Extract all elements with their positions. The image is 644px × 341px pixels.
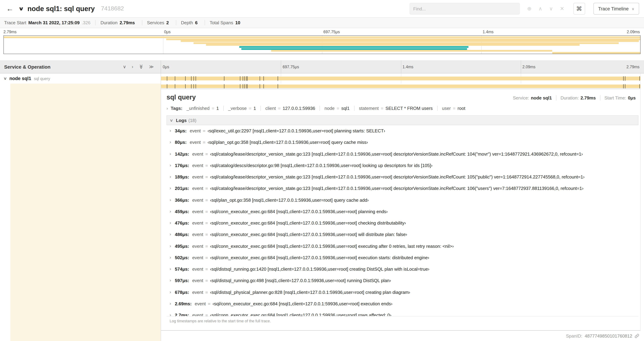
logs-footnote: Log timestamps are relative to the start… xyxy=(166,316,638,325)
log-tick-marker xyxy=(639,84,640,88)
tag-key: node xyxy=(324,106,335,111)
log-tick-marker xyxy=(194,84,194,88)
log-row[interactable]: › 80μs: event=‹sql/plan_opt.go:358 [nsql… xyxy=(166,137,638,148)
collapse-expand-controls: ∨ › ≫ ≫ xyxy=(123,64,156,69)
log-timestamp: 502μs: xyxy=(175,255,189,261)
log-row[interactable]: › 459μs: event=‹sql/conn_executor_exec.g… xyxy=(166,206,638,217)
log-rows: › 34μs: event=‹sql/exec_util.go:2297 [ns… xyxy=(166,125,638,316)
log-row[interactable]: › 176μs: event=‹sql/catalog/descs/descri… xyxy=(166,160,638,171)
summary-value: 2.79ms xyxy=(120,20,135,25)
chevron-right-icon: › xyxy=(170,209,175,214)
log-tick-marker xyxy=(247,84,248,88)
log-row[interactable]: › 201μs: event=‹sql/catalog/lease/descri… xyxy=(166,183,638,194)
log-equals: = xyxy=(205,197,208,203)
log-value: ‹sql/catalog/lease/descriptor_version_st… xyxy=(210,174,584,180)
log-row[interactable]: › 574μs: event=‹sql/distsql_running.go:1… xyxy=(166,263,638,275)
log-tick-marker xyxy=(244,76,245,81)
find-clear-icon[interactable]: ✕ xyxy=(560,6,564,12)
summary-value: 2 xyxy=(166,20,169,25)
log-row[interactable]: › 189μs: event=‹sql/catalog/lease/descri… xyxy=(166,171,638,183)
logs-count: (18) xyxy=(188,118,196,123)
log-tick-marker xyxy=(243,84,243,88)
log-row[interactable]: › 34μs: event=‹sql/exec_util.go:2297 [ns… xyxy=(166,125,638,137)
find-match-icon[interactable]: ⊕ xyxy=(527,6,532,12)
log-timestamp: 34μs: xyxy=(175,128,186,134)
tag-equals: = xyxy=(249,106,251,111)
log-message: event=‹sql/catalog/descs/descriptor.go:9… xyxy=(192,163,432,169)
tags-row[interactable]: › Tags: _unfinished = 1 _verbose xyxy=(166,106,638,111)
log-row[interactable]: › 366μs: event=‹sql/plan_opt.go:358 [nsq… xyxy=(166,194,638,206)
keyboard-shortcuts-button[interactable]: ⌘ xyxy=(573,3,585,15)
log-equals: = xyxy=(205,209,208,214)
log-field-name: event xyxy=(192,266,203,272)
detail-header: sql query Service: node sql1 Duration: 2… xyxy=(166,94,638,101)
logs-section: ∨ Logs (18) › 34μs: event=‹sql/exec_util… xyxy=(166,115,638,325)
log-timestamp: 176μs: xyxy=(175,163,189,169)
detail-meta-label: Service: xyxy=(513,95,529,101)
log-message: event=‹sql/catalog/lease/descriptor_vers… xyxy=(192,151,583,157)
chevron-right-icon: › xyxy=(170,289,175,295)
chevron-right-icon: › xyxy=(170,140,175,145)
logs-header[interactable]: ∨ Logs (18) xyxy=(166,115,638,125)
log-row[interactable]: › 486μs: event=‹sql/conn_executor_exec.g… xyxy=(166,229,638,240)
tag-item: statement = SELECT * FROM users xyxy=(354,106,437,111)
service-operation-header: Service & Operation ∨ › ≫ ≫ xyxy=(0,60,161,73)
log-row[interactable]: › 495μs: event=‹sql/conn_executor_exec.g… xyxy=(166,240,638,252)
detail-span-bar[interactable] xyxy=(161,85,640,88)
find-next-icon[interactable]: ∨ xyxy=(549,6,553,12)
chevron-right-icon: › xyxy=(170,128,175,133)
log-row[interactable]: › 476μs: event=‹sql/conn_executor_exec.g… xyxy=(166,217,638,229)
log-tick-marker xyxy=(624,84,624,88)
log-tick-marker xyxy=(196,76,196,81)
chevron-down-icon[interactable]: ∨ xyxy=(4,76,7,81)
expand-one-icon[interactable]: ≫ xyxy=(149,64,154,69)
axis-tick-label: 2.79ms xyxy=(626,65,640,69)
tag-key: _unfinished xyxy=(186,106,210,111)
log-row[interactable]: › 597μs: event=‹sql/distsql_running.go:4… xyxy=(166,275,638,287)
tag-item: user = root xyxy=(437,106,470,111)
log-row[interactable]: › 502μs: event=‹sql/conn_executor_exec.g… xyxy=(166,252,638,263)
deep-link-icon[interactable] xyxy=(635,333,639,338)
find-prev-icon[interactable]: ∧ xyxy=(538,6,542,12)
chevron-right-icon: › xyxy=(170,255,175,260)
chevron-right-icon: › xyxy=(170,312,175,316)
log-equals: = xyxy=(205,278,208,283)
trace-collapse-chevron-icon[interactable]: ∨ xyxy=(18,6,24,12)
tag-equals: = xyxy=(336,106,339,111)
minimap-span-bar xyxy=(271,50,552,52)
detail-meta-item: Service: node sql1 xyxy=(513,95,552,101)
log-value: ‹sql/distsql_physical_planner.go:828 [ns… xyxy=(210,289,410,295)
summary-label: Depth xyxy=(181,20,193,25)
log-row[interactable]: › 142μs: event=‹sql/catalog/lease/descri… xyxy=(166,148,638,160)
log-value: ‹sql/conn_executor_exec.go:684 [nsql1,cl… xyxy=(210,312,391,316)
log-timestamp: 201μs: xyxy=(175,186,189,192)
trace-summary-item: Duration 2.79ms xyxy=(96,20,137,25)
chevron-right-icon: › xyxy=(170,278,175,283)
find-input[interactable] xyxy=(413,6,516,11)
tag-key: user xyxy=(442,106,451,111)
expand-all-icon[interactable]: › xyxy=(132,64,133,69)
trace-view-selector[interactable]: Trace Timeline ∨ xyxy=(593,3,639,15)
minimap-tick-label: 2.79ms xyxy=(4,30,16,34)
timeline-header-row: Service & Operation ∨ › ≫ ≫ 0μs 697.75μs… xyxy=(0,60,644,74)
back-arrow-icon[interactable]: ← xyxy=(5,5,15,13)
minimap-span-graph[interactable] xyxy=(4,35,640,54)
span-detail-left-column xyxy=(0,84,161,341)
log-field-name: event xyxy=(192,220,203,226)
summary-label: Duration xyxy=(100,20,118,25)
log-message: event=‹sql/plan_opt.go:358 [nsql1,client… xyxy=(192,197,368,203)
log-row[interactable]: › 2.69ms: event=‹sql/conn_executor_exec.… xyxy=(166,298,638,310)
collapse-all-icon[interactable]: ∨ xyxy=(123,64,126,69)
log-tick-marker xyxy=(240,76,240,81)
chevron-right-icon: › xyxy=(170,243,175,249)
span-duration-bar[interactable] xyxy=(161,77,640,80)
log-message: event=‹sql/distsql_running.go:498 [nsql1… xyxy=(192,278,391,284)
collapse-one-icon[interactable]: ≫ xyxy=(138,64,144,69)
log-row[interactable]: › 678μs: event=‹sql/distsql_physical_pla… xyxy=(166,286,638,298)
log-field-name: event xyxy=(192,186,203,191)
log-timestamp: 476μs: xyxy=(175,220,189,226)
log-row[interactable]: › 2.7ms: event=‹sql/conn_executor_exec.g… xyxy=(166,309,638,316)
minimap-span-bar xyxy=(4,36,640,38)
span-name-cell[interactable]: ∨ node sql1 sql query xyxy=(0,74,161,84)
log-message: event=‹sql/conn_executor_exec.go:684 [ns… xyxy=(192,209,388,215)
